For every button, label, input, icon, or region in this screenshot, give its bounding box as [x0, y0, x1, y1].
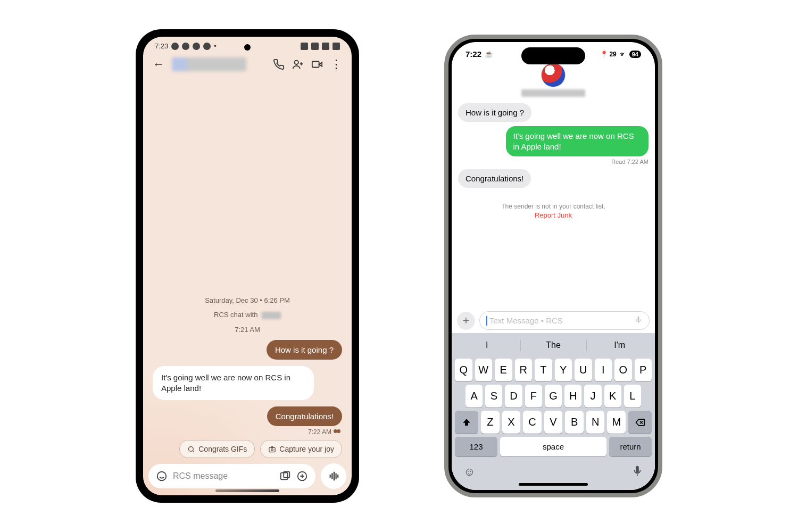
key[interactable]: J: [584, 385, 601, 408]
outgoing-message[interactable]: How is it going ?: [267, 340, 342, 360]
suggestion[interactable]: The: [520, 335, 587, 355]
back-button[interactable]: ←: [153, 57, 164, 71]
plus-icon[interactable]: [296, 470, 308, 482]
dictation-icon[interactable]: [634, 315, 643, 326]
call-button[interactable]: [273, 59, 285, 70]
svg-point-5: [157, 472, 167, 481]
more-options-button[interactable]: ⋮: [330, 59, 342, 70]
svg-rect-12: [336, 473, 337, 479]
home-indicator[interactable]: [519, 483, 588, 486]
svg-rect-13: [337, 475, 338, 478]
key[interactable]: A: [466, 385, 483, 408]
report-junk-link[interactable]: Report Junk: [458, 211, 649, 219]
svg-rect-9: [330, 475, 331, 478]
contact-name-redacted-small: [262, 312, 281, 319]
message-input[interactable]: Text Message • RCS: [479, 311, 650, 330]
key[interactable]: K: [604, 385, 621, 408]
audio-bars-icon: [328, 470, 339, 482]
voice-message-button[interactable]: [321, 463, 346, 489]
wifi-icon: [311, 43, 319, 50]
iphone-compose-bar: + Text Message • RCS: [452, 308, 655, 333]
location-count: 29: [609, 51, 616, 58]
key[interactable]: F: [525, 385, 542, 408]
key[interactable]: Q: [455, 359, 472, 381]
add-person-button[interactable]: [292, 59, 304, 70]
incoming-message[interactable]: How is it going ?: [458, 103, 531, 122]
outgoing-message[interactable]: Congratulations!: [267, 406, 342, 426]
key[interactable]: V: [544, 411, 563, 434]
status-time: 7:22: [466, 49, 481, 59]
coffee-icon: ☕: [485, 50, 493, 58]
key[interactable]: B: [565, 411, 584, 434]
key[interactable]: G: [545, 385, 562, 408]
incoming-message[interactable]: Congratulations!: [458, 169, 531, 188]
contact-avatar[interactable]: [541, 63, 566, 87]
chat-icon: [171, 43, 179, 50]
key[interactable]: S: [485, 385, 502, 408]
android-compose-bar: RCS message: [143, 463, 352, 495]
key[interactable]: Y: [555, 359, 572, 381]
contact-name-redacted[interactable]: [172, 57, 246, 71]
svg-rect-10: [331, 473, 332, 479]
key[interactable]: W: [475, 359, 493, 381]
key[interactable]: P: [635, 359, 652, 381]
suggestion-chip-gifs[interactable]: Congrats GIFs: [179, 440, 255, 458]
outgoing-message[interactable]: It's going well we are now on RCS in App…: [506, 126, 649, 156]
ios-keyboard: I The I'm Q W E R T Y U I O P A S D F: [452, 333, 655, 490]
key[interactable]: R: [515, 359, 533, 381]
key[interactable]: O: [614, 359, 632, 381]
return-key[interactable]: return: [609, 437, 652, 456]
facebook-icon: [203, 43, 211, 50]
location-icon: 📍: [600, 51, 608, 58]
signal-icon: [322, 43, 329, 50]
android-conversation-header: ← ⋮: [143, 52, 352, 77]
contact-header[interactable]: [452, 63, 655, 97]
status-time: 7:23: [155, 42, 168, 50]
key[interactable]: T: [535, 359, 552, 381]
svg-rect-1: [312, 62, 319, 68]
message-input[interactable]: RCS message: [148, 464, 315, 488]
dictation-button[interactable]: [631, 465, 643, 480]
key[interactable]: E: [495, 359, 512, 381]
backspace-key[interactable]: [628, 411, 652, 434]
message-placeholder: RCS message: [173, 471, 274, 481]
android-conversation[interactable]: Saturday, Dec 30 • 6:26 PM RCS chat with…: [143, 77, 352, 463]
svg-point-2: [189, 446, 194, 451]
android-status-bar: 7:23 •: [143, 37, 352, 52]
key[interactable]: C: [523, 411, 542, 434]
key[interactable]: M: [607, 411, 626, 434]
battery-icon: [332, 43, 340, 50]
text-cursor: [486, 316, 487, 326]
numbers-key[interactable]: 123: [455, 437, 497, 456]
keyboard-row-bottom: 123 space return: [455, 437, 652, 456]
key[interactable]: L: [624, 385, 641, 408]
incoming-message[interactable]: It's going well we are now on RCS in App…: [153, 366, 314, 401]
key[interactable]: I: [595, 359, 612, 381]
key[interactable]: H: [564, 385, 581, 408]
emoji-icon[interactable]: [156, 470, 168, 482]
suggestion[interactable]: I'm: [586, 335, 653, 355]
contact-name-redacted: [521, 89, 585, 97]
iphone-conversation[interactable]: How is it going ? It's going well we are…: [452, 97, 655, 308]
unknown-sender-warning: The sender is not in your contact list.: [458, 203, 649, 210]
emoji-keyboard-button[interactable]: ☺: [463, 465, 475, 480]
key[interactable]: X: [502, 411, 521, 434]
key[interactable]: D: [505, 385, 522, 408]
key[interactable]: N: [586, 411, 605, 434]
suggestion[interactable]: I: [454, 335, 520, 355]
key[interactable]: U: [575, 359, 592, 381]
facebook-icon: [182, 43, 189, 50]
date-header: Saturday, Dec 30 • 6:26 PM: [153, 296, 342, 304]
video-call-button[interactable]: [311, 59, 323, 70]
shift-key[interactable]: [455, 411, 478, 434]
read-receipt: 7:22 AM: [308, 428, 342, 436]
iphone-screen: 7:22 ☕ 📍 29 ᯤ 94 How is it going ? It's …: [452, 42, 655, 490]
dynamic-island: [521, 47, 585, 64]
svg-rect-11: [334, 472, 335, 481]
search-icon: [187, 445, 195, 453]
key[interactable]: Z: [481, 411, 500, 434]
suggestion-chip-capture[interactable]: Capture your joy: [260, 440, 342, 458]
add-attachment-button[interactable]: +: [457, 312, 475, 330]
space-key[interactable]: space: [500, 437, 606, 456]
gallery-icon[interactable]: [279, 470, 291, 482]
